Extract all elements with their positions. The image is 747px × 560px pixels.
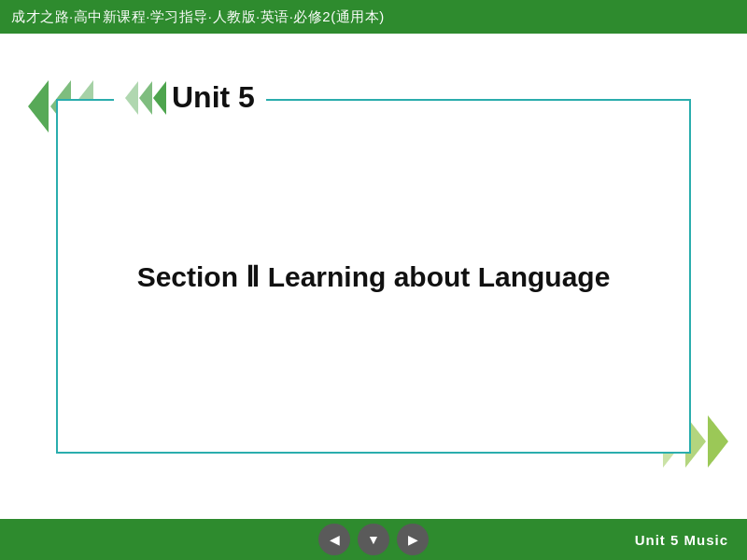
nav-down-button[interactable]: ▼ bbox=[358, 524, 389, 555]
bottom-bar: ◀ ▼ ▶ Unit 5 Music bbox=[0, 519, 747, 560]
unit-title-area: Unit 5 bbox=[114, 80, 266, 115]
chevron-right-3 bbox=[708, 415, 728, 468]
chevron-left-1 bbox=[28, 80, 49, 133]
mini-chev-2 bbox=[139, 81, 152, 115]
down-icon: ▼ bbox=[367, 532, 380, 547]
nav-buttons: ◀ ▼ ▶ bbox=[318, 524, 429, 555]
next-icon: ▶ bbox=[408, 532, 418, 547]
mini-chev-1 bbox=[125, 81, 138, 115]
main-content: Unit 5 Section Ⅱ Learning about Language bbox=[0, 34, 747, 519]
mini-chevrons bbox=[125, 81, 166, 115]
header-title: 成才之路·高中新课程·学习指导·人教版·英语·必修2(通用本) bbox=[11, 8, 385, 26]
mini-chev-3 bbox=[153, 81, 166, 115]
section-title: Section Ⅱ Learning about Language bbox=[137, 260, 611, 293]
title-line bbox=[291, 99, 689, 101]
nav-next-button[interactable]: ▶ bbox=[397, 524, 429, 555]
unit-title: Unit 5 bbox=[172, 80, 255, 115]
nav-prev-button[interactable]: ◀ bbox=[318, 524, 350, 555]
bottom-unit-label: Unit 5 Music bbox=[635, 532, 728, 548]
prev-icon: ◀ bbox=[330, 532, 340, 547]
section-area: Section Ⅱ Learning about Language bbox=[58, 101, 689, 452]
header-bar: 成才之路·高中新课程·学习指导·人教版·英语·必修2(通用本) bbox=[0, 0, 747, 34]
content-box: Unit 5 Section Ⅱ Learning about Language bbox=[56, 99, 691, 454]
